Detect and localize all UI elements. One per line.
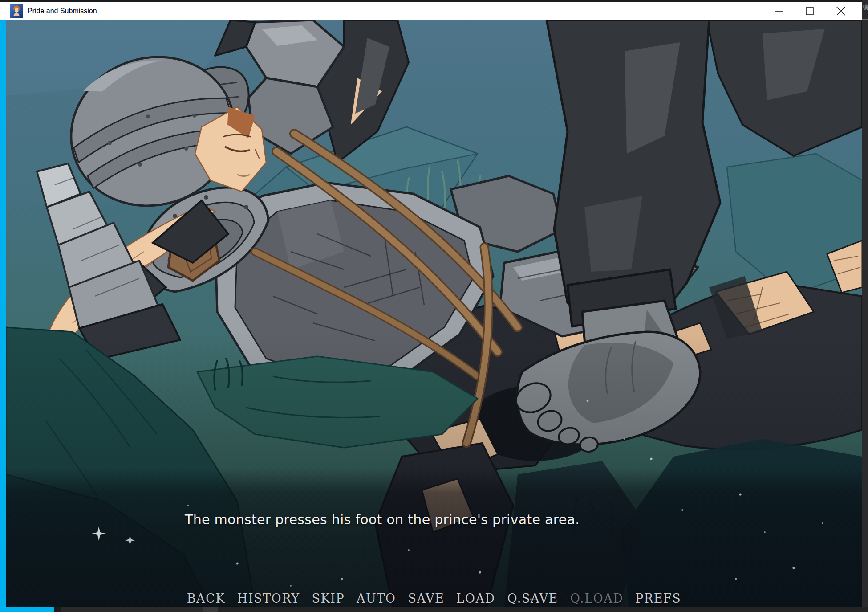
window-title: Pride and Submission — [28, 7, 97, 15]
quick-menu-qload[interactable]: Q.LOAD — [570, 592, 624, 605]
quick-menu-skip[interactable]: SKIP — [312, 592, 345, 605]
close-icon — [836, 6, 846, 16]
taskbar-blue-segment — [0, 607, 54, 612]
close-button[interactable] — [825, 2, 856, 20]
background-window-strip: 编 — [862, 0, 868, 612]
taskbar[interactable] — [0, 607, 868, 612]
background-window-glyph: 编 — [863, 4, 868, 12]
window-icon — [10, 4, 23, 18]
dialogue-box-overlay — [6, 468, 862, 607]
maximize-icon — [805, 6, 815, 16]
taskbar-segment-light — [203, 607, 218, 612]
minimize-button[interactable] — [763, 2, 794, 20]
window-titlebar[interactable]: Pride and Submission — [0, 2, 862, 20]
quick-menu-load[interactable]: LOAD — [456, 592, 495, 605]
taskbar-segment — [61, 607, 203, 612]
quick-menu-qsave[interactable]: Q.SAVE — [507, 592, 558, 605]
game-viewport[interactable]: The monster presses his foot on the prin… — [6, 20, 862, 607]
quick-menu-save[interactable]: SAVE — [408, 592, 444, 605]
background-window-blue-edge — [0, 20, 6, 607]
minimize-icon — [774, 6, 783, 16]
quick-menu-auto[interactable]: AUTO — [357, 592, 396, 605]
quick-menu-prefs[interactable]: PREFS — [635, 592, 681, 605]
quick-menu: BACK HISTORY SKIP AUTO SAVE LOAD Q.SAVE … — [6, 592, 862, 605]
maximize-button[interactable] — [794, 2, 825, 20]
taskbar-gap — [54, 607, 61, 612]
dialogue-text[interactable]: The monster presses his foot on the prin… — [185, 512, 580, 527]
screen: { "window": { "title": "Pride and Submis… — [0, 0, 868, 612]
background-window-divider — [862, 19, 868, 20]
quick-menu-history[interactable]: HISTORY — [237, 592, 300, 605]
quick-menu-back[interactable]: BACK — [187, 592, 225, 605]
